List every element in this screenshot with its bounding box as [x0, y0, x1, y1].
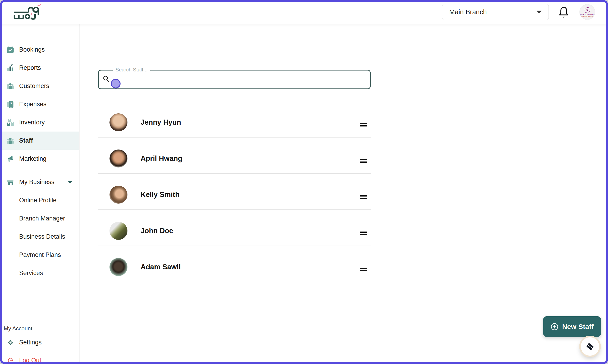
sidebar-subitem-services[interactable]: Services: [0, 264, 79, 282]
sidebar-subitem-branch-manager[interactable]: Branch Manager: [0, 209, 79, 228]
content-shell: Bookings Reports: [0, 24, 608, 364]
svg-text:$: $: [11, 101, 12, 104]
staff-avatar: [109, 258, 127, 276]
sidebar-item-label: Inventory: [19, 119, 45, 126]
gear-icon: [8, 339, 13, 345]
staff-search-input[interactable]: [113, 70, 368, 89]
avatar-ornament: ♛: [584, 7, 590, 13]
waj-logo[interactable]: [13, 4, 42, 20]
drag-handle-icon[interactable]: [360, 123, 367, 127]
staff-name: Adam Sawli: [141, 263, 181, 271]
sidebar-item-marketing[interactable]: Marketing: [0, 150, 79, 168]
logout-label: Log Out: [19, 357, 41, 364]
staff-name: Kelly Smith: [141, 191, 180, 199]
drag-handle-icon[interactable]: [360, 268, 367, 271]
feedback-widget-button[interactable]: [581, 337, 599, 356]
sidebar-subitem-label: Branch Manager: [19, 215, 65, 222]
sidebar-subitem-online-profile[interactable]: Online Profile: [0, 191, 79, 209]
staff-list: Jenny Hyun April Hwang Kelly Smith John …: [98, 101, 370, 282]
notifications-button[interactable]: [558, 6, 569, 18]
reports-icon: [6, 64, 14, 72]
branch-selector-value: Main Branch: [449, 8, 487, 16]
sidebar-item-staff[interactable]: Staff: [0, 131, 79, 150]
sidebar-item-bookings[interactable]: Bookings: [0, 40, 79, 59]
staff-row[interactable]: Jenny Hyun: [98, 101, 370, 138]
topbar: Main Branch ♛ REVEAL BEAUTY Love Good, F…: [0, 0, 608, 24]
inventory-icon: [6, 119, 14, 127]
drag-handle-icon[interactable]: [360, 159, 367, 163]
expenses-icon: $: [6, 101, 14, 108]
account-divider: [0, 321, 79, 321]
staff-name: Jenny Hyun: [141, 118, 181, 127]
sidebar-item-expenses[interactable]: $ Expenses: [0, 95, 79, 113]
sidebar-item-my-business[interactable]: My Business: [0, 173, 79, 191]
new-staff-button[interactable]: New Staff: [543, 316, 601, 337]
sidebar-item-settings[interactable]: Settings: [0, 337, 79, 347]
bookings-icon: [6, 46, 14, 54]
staff-row[interactable]: Kelly Smith: [98, 174, 370, 210]
sidebar-item-label: Customers: [19, 82, 49, 90]
staff-avatar: [109, 150, 127, 168]
plus-circle-icon: [550, 323, 559, 331]
sidebar: Bookings Reports: [0, 24, 79, 364]
sidebar-item-label: Expenses: [19, 101, 47, 108]
sidebar-subitem-label: Online Profile: [19, 197, 56, 204]
search-icon: [102, 75, 110, 83]
account-avatar[interactable]: ♛ REVEAL BEAUTY Love Good, Feel Good: [580, 4, 595, 20]
sidebar-item-label: Reports: [19, 64, 41, 71]
sidebar-subitem-label: Services: [19, 270, 43, 277]
branch-selector[interactable]: Main Branch: [442, 4, 549, 20]
chevron-down-icon: [537, 11, 542, 13]
staff-row[interactable]: April Hwang: [98, 138, 370, 174]
staff-avatar: [109, 222, 127, 240]
sidebar-item-inventory[interactable]: Inventory: [0, 113, 79, 131]
settings-label: Settings: [19, 339, 42, 346]
main-content: Staff Management Search Staff... Jenny H…: [79, 24, 608, 364]
staff-row[interactable]: Adam Sawli: [98, 246, 370, 282]
staff-search-field: Search Staff...: [98, 70, 370, 89]
staff-name: April Hwang: [141, 154, 182, 163]
storefront-icon: [6, 178, 14, 186]
sidebar-subitem-business-details[interactable]: Business Details: [0, 228, 79, 246]
sidebar-subitem-label: Business Details: [19, 233, 65, 240]
staff-icon: [6, 137, 14, 145]
account-heading: My Account: [4, 325, 79, 332]
chevron-down-icon: [68, 181, 72, 184]
bell-icon: [558, 6, 569, 18]
sidebar-item-logout[interactable]: Log Out: [0, 355, 79, 364]
drag-handle-icon[interactable]: [360, 195, 367, 199]
drag-handle-icon[interactable]: [360, 232, 367, 235]
feedback-widget-icon: [585, 342, 595, 351]
customers-icon: [6, 82, 14, 90]
marketing-icon: [6, 155, 14, 163]
sidebar-subitem-payment-plans[interactable]: Payment Plans: [0, 246, 79, 264]
click-indicator: [111, 79, 120, 89]
logout-icon: [8, 357, 13, 363]
sidebar-item-customers[interactable]: Customers: [0, 77, 79, 95]
new-staff-label: New Staff: [562, 323, 594, 331]
sidebar-item-reports[interactable]: Reports: [0, 59, 79, 77]
staff-name: John Doe: [141, 227, 173, 235]
sidebar-item-label: Staff: [19, 137, 33, 144]
account-section: My Account Settings: [0, 321, 79, 364]
sidebar-item-label: Marketing: [19, 155, 47, 162]
staff-avatar: [109, 186, 127, 204]
avatar-brand-tagline: Love Good, Feel Good: [582, 16, 593, 17]
staff-row[interactable]: John Doe: [98, 210, 370, 246]
avatar-brand-text: REVEAL BEAUTY: [580, 13, 595, 16]
sidebar-subitem-label: Payment Plans: [19, 251, 61, 259]
staff-avatar: [109, 113, 127, 131]
sidebar-item-label: My Business: [19, 179, 54, 186]
app-window: Main Branch ♛ REVEAL BEAUTY Love Good, F…: [0, 0, 608, 364]
sidebar-item-label: Bookings: [19, 46, 45, 53]
